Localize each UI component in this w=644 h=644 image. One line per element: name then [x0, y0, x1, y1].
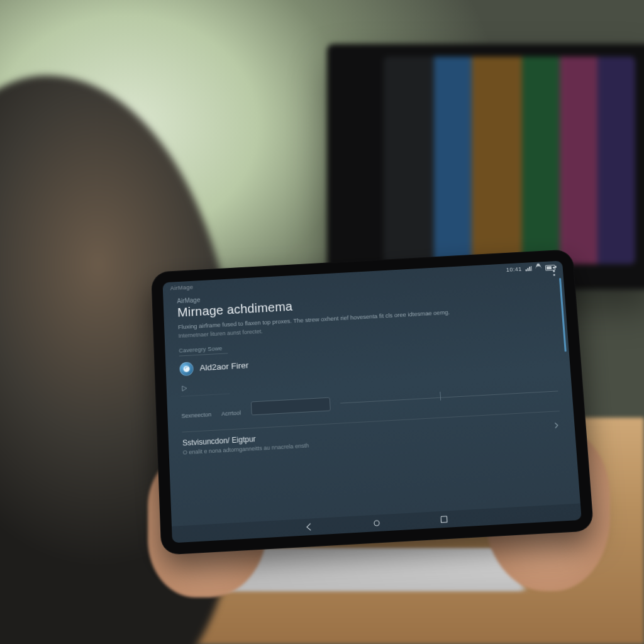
- tablet-screen: AirMage 10:41 AirMage Mirnage achdimema …: [163, 260, 582, 543]
- tablet-device: AirMage 10:41 AirMage Mirnage achdimema …: [151, 249, 594, 555]
- play-icon[interactable]: [180, 384, 188, 392]
- divider: [179, 353, 228, 356]
- globe-icon: [179, 362, 194, 376]
- svg-rect-1: [441, 516, 447, 523]
- statusbar-app-label: AirMage: [170, 284, 194, 292]
- nav-home-button[interactable]: [371, 518, 382, 528]
- statusbar-time: 10:41: [506, 266, 522, 273]
- chevron-right-icon: [552, 421, 561, 432]
- nav-recent-button[interactable]: [438, 514, 449, 525]
- svg-point-0: [374, 521, 380, 526]
- wifi-icon: [535, 265, 541, 271]
- timeline-track[interactable]: [340, 391, 558, 404]
- background-monitor: [327, 44, 644, 289]
- connection-input[interactable]: [250, 397, 330, 415]
- field-label-2: Acrrtool: [221, 409, 241, 417]
- signal-icon: [525, 266, 531, 271]
- nav-back-button[interactable]: [304, 521, 314, 532]
- field-label-1: Sexneecton: [181, 411, 211, 419]
- divider: [180, 393, 230, 396]
- settings-row[interactable]: Sstvisuncdon/ Eigtpur O enalit e nona ad…: [182, 411, 561, 455]
- app-content: AirMage Mirnage achdimema Fluxing airfra…: [163, 273, 580, 526]
- settings-row-text: Sstvisuncdon/ Eigtpur O enalit e nona ad…: [182, 431, 309, 455]
- adaptor-name: Ald2aor Firer: [199, 361, 248, 373]
